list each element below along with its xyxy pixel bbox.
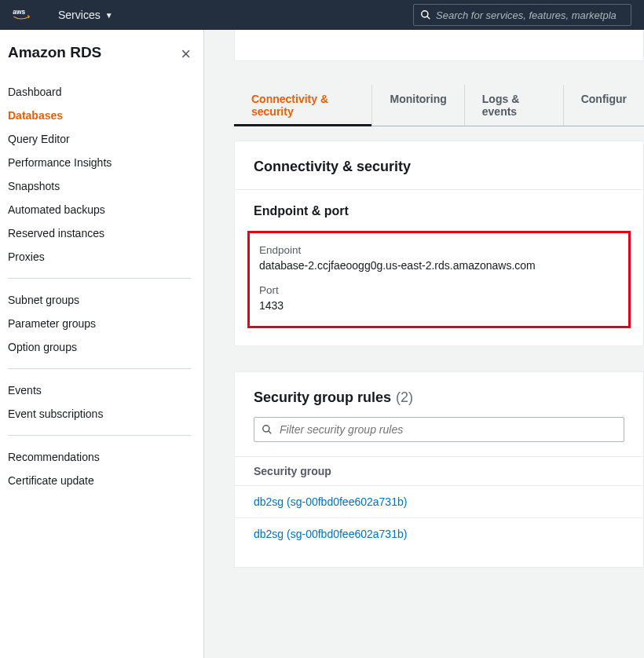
sidebar-item-automated-backups[interactable]: Automated backups (8, 198, 191, 221)
sidebar-item-event-subscriptions[interactable]: Event subscriptions (8, 402, 191, 426)
table-row: db2sg (sg-00fbd0fee602a731b) (235, 518, 643, 550)
sidebar-item-events[interactable]: Events (8, 378, 191, 402)
main-content: Connectivity & security Monitoring Logs … (204, 30, 644, 658)
sidebar: Amazon RDS × Dashboard Databases Query E… (0, 30, 204, 658)
sidebar-item-recommendations[interactable]: Recommendations (8, 445, 191, 469)
tab-connectivity[interactable]: Connectivity & security (234, 85, 371, 126)
table-row: db2sg (sg-00fbd0fee602a731b) (235, 486, 643, 518)
divider (8, 278, 191, 279)
svg-line-2 (427, 16, 430, 20)
sidebar-item-snapshots[interactable]: Snapshots (8, 174, 191, 198)
services-label: Services (58, 9, 101, 21)
security-groups-panel: Security group rules (2) Security group … (234, 371, 644, 568)
port-value: 1433 (259, 299, 619, 312)
divider (8, 368, 191, 369)
sidebar-item-query-editor[interactable]: Query Editor (8, 127, 191, 151)
endpoint-label: Endpoint (259, 244, 619, 256)
svg-point-3 (263, 426, 269, 432)
search-input[interactable] (436, 9, 624, 21)
svg-point-1 (422, 11, 428, 17)
sidebar-item-reserved-instances[interactable]: Reserved instances (8, 221, 191, 245)
filter-input[interactable] (254, 417, 624, 442)
sidebar-item-parameter-groups[interactable]: Parameter groups (8, 312, 191, 335)
endpoint-section-title: Endpoint & port (235, 189, 643, 226)
search-icon (262, 424, 273, 435)
divider (8, 435, 191, 436)
sidebar-item-option-groups[interactable]: Option groups (8, 335, 191, 359)
sidebar-item-databases[interactable]: Databases (8, 104, 191, 127)
svg-line-4 (269, 431, 272, 434)
sidebar-item-dashboard[interactable]: Dashboard (8, 80, 191, 104)
aws-logo: aws (13, 7, 39, 23)
tab-monitoring[interactable]: Monitoring (371, 85, 463, 126)
search-box[interactable] (413, 4, 631, 26)
connectivity-panel: Connectivity & security Endpoint & port … (234, 141, 644, 346)
endpoint-value: database-2.ccjfaeoogg0g.us-east-2.rds.am… (259, 259, 619, 272)
security-groups-title: Security group rules (254, 389, 391, 406)
search-icon (420, 9, 431, 20)
security-group-column-header: Security group (235, 456, 643, 486)
top-nav: aws Services ▼ (0, 0, 644, 30)
sidebar-item-subnet-groups[interactable]: Subnet groups (8, 288, 191, 312)
tabs-bar: Connectivity & security Monitoring Logs … (234, 85, 644, 126)
port-label: Port (259, 284, 619, 296)
services-menu[interactable]: Services ▼ (58, 9, 113, 21)
security-group-link[interactable]: db2sg (sg-00fbd0fee602a731b) (254, 528, 407, 540)
sidebar-item-proxies[interactable]: Proxies (8, 245, 191, 269)
close-icon[interactable]: × (181, 46, 191, 63)
sidebar-title: Amazon RDS (8, 44, 191, 61)
svg-text:aws: aws (13, 8, 25, 16)
tab-configuration[interactable]: Configur (563, 85, 644, 126)
sidebar-item-certificate-update[interactable]: Certificate update (8, 469, 191, 492)
caret-down-icon: ▼ (105, 11, 113, 20)
security-groups-count: (2) (396, 389, 413, 406)
connectivity-title: Connectivity & security (235, 159, 643, 189)
sidebar-item-performance-insights[interactable]: Performance Insights (8, 151, 191, 174)
card-stub (234, 30, 644, 61)
endpoint-highlight-box: Endpoint database-2.ccjfaeoogg0g.us-east… (247, 231, 631, 328)
tab-logs-events[interactable]: Logs & events (464, 85, 563, 126)
security-group-link[interactable]: db2sg (sg-00fbd0fee602a731b) (254, 495, 407, 508)
